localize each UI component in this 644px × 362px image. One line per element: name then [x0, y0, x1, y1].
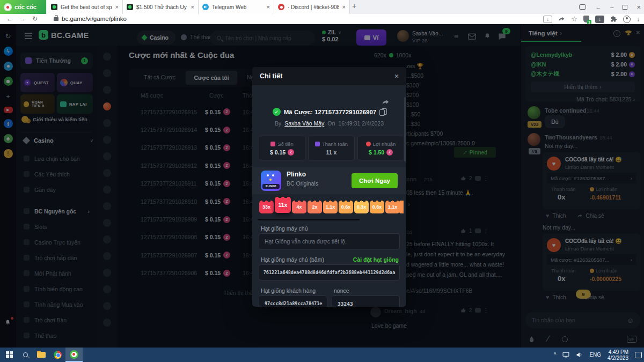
download-manager-icon[interactable]: ↓ — [595, 16, 604, 23]
multiplier-row: 33x11x4x2x1.1x0.6x0.3x0.6x1.1x — [259, 201, 400, 213]
action-center-icon[interactable] — [635, 352, 642, 358]
browser-tab[interactable]: $1.500 Thử thách Uy tín Plink× — [123, 0, 199, 14]
on-label: On — [327, 120, 335, 127]
clock-time: 4:49 PM — [609, 349, 628, 355]
tab-close-icon[interactable]: × — [342, 4, 346, 10]
nonce-field[interactable]: 33243 — [338, 301, 353, 307]
recent-tabs-icon[interactable]: ← — [595, 4, 601, 10]
copy-icon[interactable] — [379, 108, 386, 116]
multiplier-chip[interactable]: 1.1x — [385, 201, 400, 213]
multiplier-scrollbar[interactable] — [258, 219, 360, 220]
multiplier-chip[interactable]: 1.1x — [323, 201, 338, 213]
bc-favicon-icon — [51, 4, 57, 10]
lock-icon[interactable] — [54, 17, 58, 21]
modal-scrollbar[interactable] — [404, 97, 406, 161]
windows-logo-icon — [6, 351, 13, 358]
start-button[interactable] — [1, 348, 17, 362]
taskbar-clock[interactable]: 4:49 PM 4/2/2023 — [608, 349, 628, 361]
play-now-button[interactable]: Chơi Ngay — [352, 173, 398, 188]
multiplier-chip[interactable]: 0.3x — [354, 201, 369, 213]
forward-button[interactable]: → — [19, 15, 26, 23]
browser-tabs: Get the best out of sports be×$1.500 Thử… — [47, 0, 350, 14]
bet-details-modal: Chi tiết × ✓ Mã Cược: 127157377291026907… — [252, 67, 406, 307]
tab-search-icon[interactable] — [579, 4, 586, 10]
tab-close-icon[interactable]: × — [267, 4, 270, 10]
server-seed-label: Hạt giống máy chủ — [261, 225, 308, 232]
plinko-pegs-icon — [267, 174, 269, 176]
taskbar-search[interactable] — [17, 348, 33, 362]
tab-close-icon[interactable]: × — [115, 4, 119, 10]
coccoc-brand[interactable]: cốc cốc — [0, 0, 46, 14]
bet-id-label: Mã Cược: — [284, 109, 313, 115]
multiplier-chip[interactable]: 0.6x — [370, 201, 384, 213]
browser-tab[interactable]: Get the best out of sports be× — [47, 0, 123, 14]
extensions-puzzle-icon[interactable] — [610, 16, 617, 23]
share-icon[interactable] — [558, 16, 565, 23]
bet-username[interactable]: Saxba Vào Mây — [284, 120, 324, 127]
window-controls: ← – × — [579, 0, 641, 14]
multiplier-chip[interactable]: 4x — [292, 201, 306, 213]
multiplier-chip[interactable]: 2x — [308, 201, 322, 213]
modal-header: Chi tiết × — [252, 67, 406, 85]
by-label: By — [275, 120, 281, 127]
network-icon[interactable] — [562, 352, 569, 358]
tab-title: Telegram Web — [212, 4, 264, 10]
tg-favicon-icon — [202, 4, 209, 10]
bet-by-row: By Saxba Vào Mây On 16:49:31 2/4/2023 — [252, 120, 406, 127]
chrome-icon — [54, 351, 62, 359]
stat-label: Thanh toán — [322, 141, 348, 147]
clock-date: 4/2/2023 — [608, 355, 628, 361]
bookmark-star-icon[interactable]: ☆ — [571, 15, 577, 23]
stat-amount: Số tiền $ 0.15Z — [259, 136, 305, 160]
adblock-shield-icon[interactable]: 1 — [583, 16, 589, 23]
downloads-icon[interactable]: ↓ — [636, 16, 640, 23]
stat-value: 11 x — [326, 149, 337, 156]
share-bet-icon[interactable] — [381, 98, 390, 106]
payout-icon — [315, 142, 320, 146]
coccoc-logo-icon — [4, 3, 12, 11]
coccoc-button[interactable] — [65, 348, 83, 362]
new-tab-button[interactable]: + — [352, 2, 356, 10]
game-name[interactable]: Plinko — [287, 171, 306, 178]
tab-close-icon[interactable]: × — [191, 4, 194, 10]
profit-icon — [366, 142, 371, 146]
close-window-button[interactable]: × — [636, 3, 641, 11]
reload-button[interactable]: ↻ — [32, 15, 38, 23]
speaker-icon[interactable] — [576, 352, 583, 358]
tab-title: Get the best out of sports be — [61, 4, 112, 10]
bet-id-row: ✓ Mã Cược: 127157377291026907 — [252, 108, 406, 116]
language-indicator[interactable]: ENG — [589, 352, 601, 358]
tray-expand-icon[interactable]: ^ — [554, 352, 557, 358]
bet-stats: Số tiền $ 0.15Z Thanh toán 11 x Lợi nhuậ… — [259, 136, 404, 160]
system-tray: ^ ENG 4:49 PM 4/2/2023 — [554, 348, 642, 362]
seed-settings-link[interactable]: Cài đặt hạt giống — [353, 256, 399, 263]
taskbar: ^ ENG 4:49 PM 4/2/2023 — [0, 348, 644, 362]
zil-coin-icon: Z — [386, 149, 393, 156]
save-page-icon[interactable]: ↓ — [543, 16, 552, 23]
url-text[interactable]: bc.game/vi/game/plinko — [62, 16, 127, 22]
profile-avatar-icon[interactable] — [623, 16, 631, 23]
seed-hash-label: Hạt giống máy chủ (băm) — [261, 256, 324, 263]
screen: cốc cốc Get the best out of sports be×$1… — [0, 0, 644, 362]
server-seed-field[interactable]: Hạt Giống vẫn chưa được tiết lộ. — [259, 233, 400, 249]
minimize-button[interactable]: – — [610, 4, 613, 10]
dc-favicon-icon — [278, 4, 284, 10]
chrome-button[interactable] — [49, 348, 65, 362]
file-explorer-button[interactable] — [33, 348, 49, 362]
browser-tab[interactable]: · Discord | #ticket-9088 | BC× — [274, 0, 350, 14]
multiplier-chip[interactable]: 0.6x — [339, 201, 353, 213]
plinko-game-tile[interactable]: PLINKO — [261, 171, 281, 191]
client-seed-field[interactable]: 97ccc8d21a89cca78471e — [265, 301, 322, 306]
multiplier-chip[interactable]: 33x — [259, 201, 274, 213]
modal-close-icon[interactable]: × — [394, 72, 399, 80]
back-button[interactable]: ← — [6, 15, 13, 23]
browser-tab[interactable]: Telegram Web× — [199, 0, 274, 14]
tab-title: · Discord | #ticket-9088 | BC — [288, 4, 339, 10]
browser-tab-strip: cốc cốc Get the best out of sports be×$1… — [0, 0, 644, 14]
multiplier-chip[interactable]: 11x — [275, 197, 291, 213]
bet-id-value: 127157377291026907 — [314, 109, 376, 115]
folder-icon — [37, 352, 46, 358]
verified-check-icon[interactable]: ✓ — [273, 108, 281, 116]
seed-hash-field[interactable]: 761221a648dea4788d8d46dfdfaf2b3688eb4411… — [264, 270, 396, 275]
maximize-button[interactable] — [623, 5, 627, 10]
